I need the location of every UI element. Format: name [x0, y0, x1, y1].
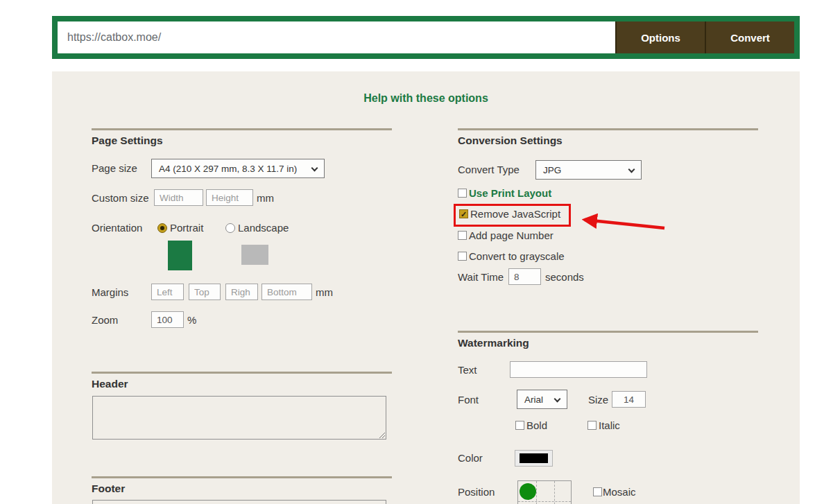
footer-title: Footer	[92, 483, 125, 495]
convert-type-label: Convert Type	[458, 164, 520, 175]
wait-time-input[interactable]	[508, 268, 541, 285]
landscape-radio[interactable]	[225, 223, 235, 233]
watermark-color-picker[interactable]	[515, 450, 553, 467]
zoom-unit: %	[187, 314, 196, 326]
divider	[92, 128, 392, 130]
margins-label: Margins	[92, 286, 128, 298]
italic-checkbox[interactable]	[587, 421, 597, 430]
watermark-text-label: Text	[458, 364, 477, 376]
convert-type-select[interactable]: JPG	[535, 160, 642, 180]
margin-bottom-input[interactable]	[261, 284, 312, 300]
options-panel: Help with these options Page Settings Pa…	[52, 71, 800, 504]
page-size-value: A4 (210 X 297 mm, 8.3 X 11.7 in)	[159, 164, 297, 174]
zoom-input[interactable]	[151, 311, 184, 328]
remove-javascript-label[interactable]: Remove JavaScript	[470, 208, 560, 220]
zoom-label: Zoom	[92, 314, 118, 326]
url-bar: Options Convert	[52, 16, 800, 59]
use-print-layout-label[interactable]: Use Print Layout	[469, 187, 551, 199]
chevron-down-icon	[311, 165, 318, 172]
page-size-label: Page size	[92, 162, 137, 174]
divider	[92, 476, 392, 478]
mosaic-label[interactable]: Mosaic	[603, 486, 636, 498]
page-size-select[interactable]: A4 (210 X 297 mm, 8.3 X 11.7 in)	[151, 159, 325, 178]
divider	[458, 128, 758, 130]
add-page-number-checkbox[interactable]	[458, 231, 467, 240]
orientation-label: Orientation	[92, 222, 142, 234]
bold-checkbox[interactable]	[515, 421, 524, 430]
chevron-down-icon	[554, 396, 561, 403]
convert-to-grayscale-checkbox[interactable]	[458, 252, 467, 261]
use-print-layout-checkbox[interactable]	[458, 189, 467, 198]
watermark-font-value: Arial	[524, 394, 543, 405]
watermark-color-swatch	[520, 453, 548, 463]
margin-left-input[interactable]	[151, 284, 184, 300]
watermark-font-label: Font	[458, 394, 479, 406]
custom-width-input[interactable]	[154, 189, 203, 206]
watermark-position-grid[interactable]	[517, 480, 572, 504]
wait-time-label: Wait Time	[458, 271, 504, 283]
custom-size-label: Custom size	[92, 192, 149, 204]
margins-unit: mm	[316, 286, 333, 298]
watermark-font-select[interactable]: Arial	[517, 390, 567, 409]
custom-height-input[interactable]	[206, 189, 253, 206]
margin-right-input[interactable]	[225, 284, 258, 300]
italic-label[interactable]: Italic	[599, 419, 620, 431]
header-textarea[interactable]	[92, 396, 386, 440]
watermark-position-label: Position	[458, 486, 495, 498]
convert-type-value: JPG	[543, 165, 561, 175]
watermark-color-label: Color	[458, 452, 483, 464]
conversion-settings-title: Conversion Settings	[458, 134, 563, 147]
portrait-radio[interactable]	[157, 223, 167, 233]
divider	[92, 372, 392, 374]
portrait-preview[interactable]	[168, 241, 192, 270]
help-link[interactable]: Help with these options	[52, 92, 800, 105]
custom-size-unit: mm	[257, 192, 274, 204]
mosaic-checkbox[interactable]	[593, 487, 602, 496]
remove-javascript-checkbox[interactable]: ✓	[459, 209, 468, 218]
landscape-preview[interactable]	[241, 245, 268, 265]
wait-time-unit: seconds	[545, 271, 584, 283]
watermark-size-input[interactable]	[612, 391, 646, 408]
margin-top-input[interactable]	[189, 284, 221, 300]
bold-label[interactable]: Bold	[526, 419, 547, 431]
watermark-size-label: Size	[588, 394, 608, 406]
convert-to-grayscale-label[interactable]: Convert to grayscale	[469, 250, 565, 262]
landscape-label[interactable]: Landscape	[238, 222, 289, 234]
header-title: Header	[92, 378, 128, 390]
options-button[interactable]: Options	[615, 21, 705, 53]
position-marker-icon	[520, 483, 536, 500]
chevron-down-icon	[628, 166, 635, 173]
watermark-text-input[interactable]	[510, 361, 647, 378]
portrait-label[interactable]: Portrait	[170, 222, 203, 234]
url-input[interactable]	[58, 21, 615, 53]
add-page-number-label[interactable]: Add page Number	[469, 229, 554, 241]
footer-textarea[interactable]	[92, 500, 386, 504]
divider	[458, 331, 758, 333]
page-settings-title: Page Settings	[92, 134, 163, 147]
watermarking-title: Watermarking	[458, 337, 529, 349]
convert-button[interactable]: Convert	[705, 21, 794, 53]
